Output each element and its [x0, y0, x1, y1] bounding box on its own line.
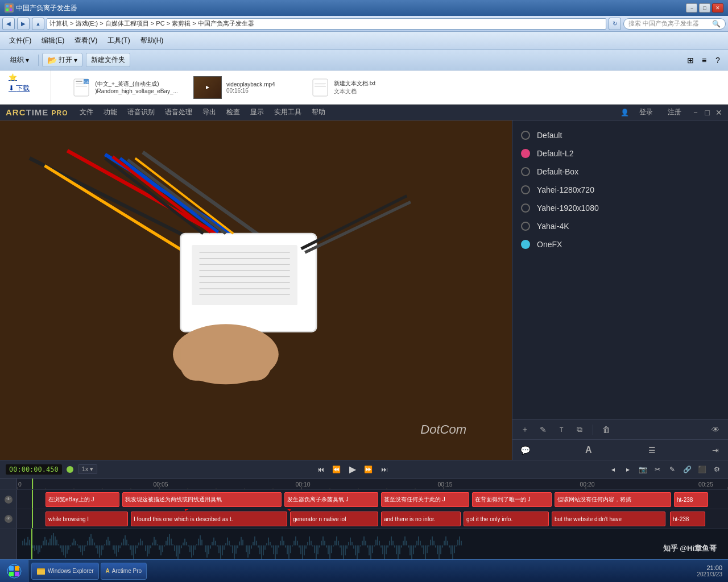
skip-start-button[interactable]: ⏮ — [315, 464, 326, 475]
speed-control[interactable]: 1x ▾ — [78, 464, 98, 474]
edit-preset-button[interactable]: ✎ — [536, 423, 550, 436]
arctime-menu-lang[interactable]: 语音处理 — [160, 106, 197, 118]
preset-default-l2[interactable]: Default-L2 — [512, 144, 728, 163]
arctime-menu-help[interactable]: 帮助 — [307, 106, 330, 118]
taskbar-item-arctime[interactable]: A Arctime Pro — [101, 563, 147, 580]
title-bar: 中国产负离子发生器 － □ ✕ — [0, 0, 728, 16]
taskbar-item-explorer[interactable]: Windows Explorer — [31, 563, 99, 580]
cn-clip-3[interactable]: 发生器负离子杀菌臭氧 J — [284, 492, 378, 507]
svg-rect-40 — [17, 479, 728, 489]
help-icon[interactable]: ? — [712, 55, 723, 66]
menu-help[interactable]: 帮助(H) — [136, 35, 168, 47]
skip-back-button[interactable]: ⏪ — [331, 464, 342, 475]
waveform-content: // This will be drawn statically — [17, 529, 728, 562]
arctime-menu-display[interactable]: 显示 — [246, 106, 268, 118]
text-preset-button[interactable]: T — [555, 423, 568, 436]
close-button[interactable]: ✕ — [712, 3, 723, 13]
speech-bubble-button[interactable]: 💬 — [518, 443, 532, 457]
organize-button[interactable]: 组织 ▾ — [5, 53, 35, 66]
play-button[interactable]: ▶ — [347, 464, 358, 475]
window-icon — [5, 3, 14, 13]
file-item-mp4[interactable]: ▶ videoplayback.mp4 00:16:16 — [193, 76, 275, 99]
arctime-menu-tools[interactable]: 实用工具 — [270, 106, 306, 118]
settings-icon[interactable]: ⚙ — [711, 464, 722, 475]
eye-button[interactable]: 👁 — [709, 423, 722, 436]
svg-rect-2 — [6, 9, 9, 11]
cn-clip-2[interactable]: 我发现这被描述为两线或四线通用臭氧 — [122, 492, 282, 507]
view-icon[interactable]: ⊞ — [685, 55, 696, 66]
en-clip-2[interactable]: I found this one which is described as t… — [131, 512, 287, 526]
svg-rect-7 — [76, 85, 86, 85]
en-clip-7[interactable]: ht-238 — [670, 512, 705, 526]
search-box[interactable]: 搜索 中国产负离子发生器 🔍 — [623, 18, 726, 30]
cn-clip-7[interactable]: ht-238 — [674, 492, 708, 507]
arctime-menu-export[interactable]: 导出 — [198, 106, 221, 118]
mp4-thumbnail: ▶ — [193, 76, 222, 99]
cn-clip-5[interactable]: 在背面得到了唯一的 J — [472, 492, 552, 507]
downloads-link[interactable]: ⬇ 下载 — [9, 84, 48, 93]
login-button[interactable]: 登录 — [635, 106, 657, 118]
preset-onefx[interactable]: OneFX — [512, 235, 728, 253]
cn-clip-1[interactable]: 在浏览eBay上的 J — [46, 492, 119, 507]
refresh-button[interactable]: ↻ — [609, 18, 621, 30]
ruler-label-spacer — [0, 479, 17, 489]
arctime-menu-func[interactable]: 功能 — [99, 106, 122, 118]
menu-view[interactable]: 查看(V) — [70, 35, 102, 47]
address-path[interactable]: 计算机 > 游戏(E:) > 自媒体工程项目 > PC > 素剪辑 > 中国产负… — [47, 18, 606, 30]
delete-preset-button[interactable]: 🗑 — [599, 423, 613, 436]
organize-dropdown-icon: ▾ — [26, 56, 29, 64]
preset-yahai-4k[interactable]: Yahai-4K — [512, 217, 728, 235]
menu-tools[interactable]: 工具(T) — [103, 35, 134, 47]
cn-clip-4[interactable]: 甚至没有任何关于此的 J — [381, 492, 469, 507]
preset-default-box[interactable]: Default-Box — [512, 163, 728, 181]
align-button[interactable]: ⇥ — [709, 443, 722, 457]
menu-edit[interactable]: 编辑(E) — [37, 35, 69, 47]
register-button[interactable]: 注册 — [663, 106, 686, 118]
minimize-arctime[interactable]: － — [692, 107, 700, 118]
text-button[interactable]: A — [582, 443, 595, 457]
close-arctime[interactable]: ✕ — [715, 108, 722, 117]
en-track-eye[interactable]: 👁 — [5, 515, 13, 523]
waveform-label — [0, 529, 17, 562]
en-clip-4[interactable]: and there is no infor. — [381, 512, 461, 526]
preset-yahei-1080[interactable]: Yahei-1920x1080 — [512, 199, 728, 217]
en-clip-5[interactable]: got it the only info. — [464, 512, 549, 526]
maximize-button[interactable]: □ — [699, 3, 710, 13]
menu-file[interactable]: 文件(F) — [5, 35, 36, 47]
back-button[interactable]: ◀ — [2, 18, 15, 30]
add-preset-button[interactable]: ＋ — [518, 423, 532, 436]
minimize-button[interactable]: － — [686, 3, 697, 13]
arctime-menu-check[interactable]: 检查 — [222, 106, 245, 118]
start-button[interactable] — [0, 560, 28, 583]
arctime-menu-speech[interactable]: 语音识别 — [123, 106, 159, 118]
cn-track-eye[interactable]: 👁 — [5, 496, 13, 504]
copy-preset-button[interactable]: ⧉ — [573, 423, 586, 436]
cut-icon[interactable]: ✂ — [652, 464, 663, 475]
vol-down-icon[interactable]: ◂ — [607, 464, 619, 475]
maximize-arctime[interactable]: □ — [705, 108, 710, 117]
preset-yahei-720[interactable]: Yahei-1280x720 — [512, 181, 728, 199]
arctime-menu-file[interactable]: 文件 — [75, 106, 98, 118]
edit-icon[interactable]: ✎ — [667, 464, 678, 475]
open-button[interactable]: 📂 打开 ▾ — [42, 53, 82, 67]
en-clip-3[interactable]: generator n native iol — [290, 512, 378, 526]
cn-clip-6[interactable]: 但该网站没有任何内容，将搞 — [555, 492, 671, 507]
taskbar: Windows Explorer A Arctime Pro 21:00 202… — [0, 559, 728, 582]
up-button[interactable]: ▲ — [32, 18, 44, 30]
file-item-srt[interactable]: SRT (中文_+_英语_(自动生成) )Random_high_voltage… — [68, 78, 182, 97]
preset-default[interactable]: Default — [512, 126, 728, 144]
link-icon[interactable]: 🔗 — [681, 464, 693, 475]
en-clip-1[interactable]: while browsing I — [46, 512, 128, 526]
vol-up-icon[interactable]: ▸ — [622, 464, 634, 475]
camera-icon[interactable]: 📷 — [637, 464, 648, 475]
file-item-txt[interactable]: 新建文本文档.txt 文本文档 — [287, 78, 400, 97]
en-clip-6[interactable]: but the website didn't have — [552, 512, 665, 526]
favorites-link[interactable]: ⭐ — [9, 73, 48, 81]
skip-fwd-button[interactable]: ⏩ — [363, 464, 374, 475]
merge-icon[interactable]: ⬛ — [696, 464, 708, 475]
forward-button[interactable]: ▶ — [17, 18, 30, 30]
list-button[interactable]: ☰ — [645, 443, 659, 457]
skip-end-button[interactable]: ⏭ — [379, 464, 390, 475]
list-view-icon[interactable]: ≡ — [698, 55, 710, 66]
new-folder-button[interactable]: 新建文件夹 — [86, 53, 130, 67]
